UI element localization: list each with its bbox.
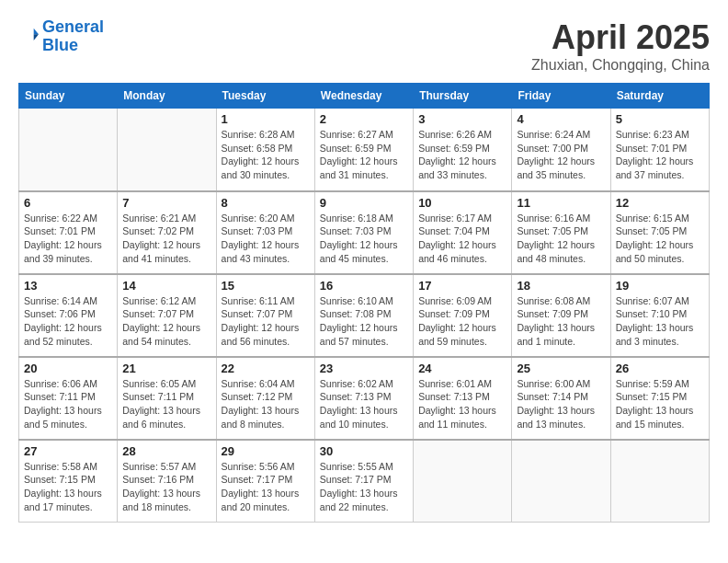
day-number: 1 — [222, 112, 310, 126]
day-number: 23 — [320, 362, 408, 375]
weekday-header-sunday: Sunday — [19, 84, 118, 109]
calendar-cell: 22Sunrise: 6:04 AMSunset: 7:12 PMDayligh… — [216, 357, 314, 440]
day-info: Sunrise: 5:58 AMSunset: 7:15 PMDaylight:… — [24, 460, 112, 514]
day-info: Sunrise: 6:17 AMSunset: 7:04 PMDaylight:… — [418, 212, 506, 266]
day-number: 6 — [24, 196, 112, 210]
weekday-header-thursday: Thursday — [414, 84, 512, 109]
day-info: Sunrise: 6:06 AMSunset: 7:11 PMDaylight:… — [24, 377, 112, 431]
day-info: Sunrise: 6:20 AMSunset: 7:03 PMDaylight:… — [222, 212, 310, 266]
day-info: Sunrise: 6:02 AMSunset: 7:13 PMDaylight:… — [320, 377, 408, 431]
day-number: 11 — [517, 196, 605, 210]
day-info: Sunrise: 6:18 AMSunset: 7:03 PMDaylight:… — [320, 212, 408, 266]
calendar-cell: 29Sunrise: 5:56 AMSunset: 7:17 PMDayligh… — [216, 440, 314, 523]
weekday-header-wednesday: Wednesday — [314, 84, 413, 109]
day-number: 27 — [24, 444, 112, 458]
day-info: Sunrise: 6:21 AMSunset: 7:02 PMDaylight:… — [122, 212, 210, 266]
calendar-cell: 3Sunrise: 6:26 AMSunset: 6:59 PMDaylight… — [414, 109, 512, 191]
calendar-week-row: 6Sunrise: 6:22 AMSunset: 7:01 PMDaylight… — [19, 191, 710, 274]
calendar-cell: 27Sunrise: 5:58 AMSunset: 7:15 PMDayligh… — [19, 440, 118, 523]
day-info: Sunrise: 6:26 AMSunset: 6:59 PMDaylight:… — [418, 128, 506, 182]
calendar-week-row: 13Sunrise: 6:14 AMSunset: 7:06 PMDayligh… — [19, 274, 710, 357]
day-info: Sunrise: 6:10 AMSunset: 7:08 PMDaylight:… — [320, 294, 408, 349]
calendar-cell: 24Sunrise: 6:01 AMSunset: 7:13 PMDayligh… — [414, 357, 512, 440]
calendar-cell: 6Sunrise: 6:22 AMSunset: 7:01 PMDaylight… — [19, 191, 118, 274]
day-number: 25 — [517, 362, 605, 375]
day-number: 7 — [122, 196, 210, 210]
calendar-cell — [512, 440, 610, 523]
calendar-week-row: 20Sunrise: 6:06 AMSunset: 7:11 PMDayligh… — [19, 357, 710, 440]
svg-marker-0 — [34, 28, 39, 34]
day-info: Sunrise: 6:04 AMSunset: 7:12 PMDaylight:… — [222, 377, 310, 431]
location-subtitle: Zhuxian, Chongqing, China — [531, 57, 710, 74]
weekday-header-tuesday: Tuesday — [216, 84, 314, 109]
day-info: Sunrise: 6:16 AMSunset: 7:05 PMDaylight:… — [517, 212, 605, 266]
calendar-cell: 17Sunrise: 6:09 AMSunset: 7:09 PMDayligh… — [414, 274, 512, 357]
calendar-cell: 26Sunrise: 5:59 AMSunset: 7:15 PMDayligh… — [610, 357, 709, 440]
day-number: 26 — [616, 362, 704, 375]
day-info: Sunrise: 6:09 AMSunset: 7:09 PMDaylight:… — [418, 294, 506, 349]
weekday-header-saturday: Saturday — [610, 84, 709, 109]
logo-line1: General — [42, 17, 104, 36]
calendar-cell: 19Sunrise: 6:07 AMSunset: 7:10 PMDayligh… — [610, 274, 709, 357]
calendar-cell: 21Sunrise: 6:05 AMSunset: 7:11 PMDayligh… — [118, 357, 216, 440]
calendar-cell: 30Sunrise: 5:55 AMSunset: 7:17 PMDayligh… — [314, 440, 413, 523]
day-number: 21 — [122, 362, 210, 375]
day-number: 8 — [222, 196, 310, 210]
day-info: Sunrise: 6:24 AMSunset: 7:00 PMDaylight:… — [517, 128, 605, 182]
day-number: 13 — [24, 279, 112, 293]
calendar-table: SundayMondayTuesdayWednesdayThursdayFrid… — [18, 83, 710, 523]
calendar-week-row: 1Sunrise: 6:28 AMSunset: 6:58 PMDaylight… — [19, 109, 710, 191]
day-info: Sunrise: 6:14 AMSunset: 7:06 PMDaylight:… — [24, 294, 112, 349]
calendar-cell: 18Sunrise: 6:08 AMSunset: 7:09 PMDayligh… — [512, 274, 610, 357]
day-info: Sunrise: 6:22 AMSunset: 7:01 PMDaylight:… — [24, 212, 112, 266]
day-info: Sunrise: 6:15 AMSunset: 7:05 PMDaylight:… — [616, 212, 704, 266]
calendar-cell: 1Sunrise: 6:28 AMSunset: 6:58 PMDaylight… — [216, 109, 314, 191]
calendar-cell: 28Sunrise: 5:57 AMSunset: 7:16 PMDayligh… — [118, 440, 216, 523]
weekday-header-monday: Monday — [118, 84, 216, 109]
weekday-header-row: SundayMondayTuesdayWednesdayThursdayFrid… — [19, 84, 710, 109]
day-info: Sunrise: 5:59 AMSunset: 7:15 PMDaylight:… — [616, 377, 704, 431]
day-number: 22 — [222, 362, 310, 375]
logo-icon — [20, 26, 39, 44]
day-info: Sunrise: 6:12 AMSunset: 7:07 PMDaylight:… — [122, 294, 210, 349]
day-number: 29 — [222, 444, 310, 458]
day-number: 24 — [418, 362, 506, 375]
month-title: April 2025 — [531, 18, 710, 57]
day-info: Sunrise: 6:01 AMSunset: 7:13 PMDaylight:… — [418, 377, 506, 431]
calendar-cell: 14Sunrise: 6:12 AMSunset: 7:07 PMDayligh… — [118, 274, 216, 357]
day-number: 18 — [517, 279, 605, 293]
weekday-header-friday: Friday — [512, 84, 610, 109]
day-info: Sunrise: 5:57 AMSunset: 7:16 PMDaylight:… — [122, 460, 210, 514]
day-number: 3 — [418, 112, 506, 126]
calendar-cell: 16Sunrise: 6:10 AMSunset: 7:08 PMDayligh… — [314, 274, 413, 357]
day-info: Sunrise: 6:11 AMSunset: 7:07 PMDaylight:… — [222, 294, 310, 349]
calendar-cell: 5Sunrise: 6:23 AMSunset: 7:01 PMDaylight… — [610, 109, 709, 191]
calendar-cell: 15Sunrise: 6:11 AMSunset: 7:07 PMDayligh… — [216, 274, 314, 357]
day-number: 14 — [122, 279, 210, 293]
calendar-cell — [414, 440, 512, 523]
day-number: 2 — [320, 112, 408, 126]
calendar-cell: 13Sunrise: 6:14 AMSunset: 7:06 PMDayligh… — [19, 274, 118, 357]
calendar-cell — [610, 440, 709, 523]
day-info: Sunrise: 6:05 AMSunset: 7:11 PMDaylight:… — [122, 377, 210, 431]
calendar-cell: 8Sunrise: 6:20 AMSunset: 7:03 PMDaylight… — [216, 191, 314, 274]
calendar-cell: 7Sunrise: 6:21 AMSunset: 7:02 PMDaylight… — [118, 191, 216, 274]
logo-text: General Blue — [42, 18, 104, 55]
day-number: 9 — [320, 196, 408, 210]
calendar-week-row: 27Sunrise: 5:58 AMSunset: 7:15 PMDayligh… — [19, 440, 710, 523]
day-number: 10 — [418, 196, 506, 210]
day-info: Sunrise: 5:56 AMSunset: 7:17 PMDaylight:… — [222, 460, 310, 514]
calendar-cell: 20Sunrise: 6:06 AMSunset: 7:11 PMDayligh… — [19, 357, 118, 440]
calendar-cell: 25Sunrise: 6:00 AMSunset: 7:14 PMDayligh… — [512, 357, 610, 440]
calendar-cell: 4Sunrise: 6:24 AMSunset: 7:00 PMDaylight… — [512, 109, 610, 191]
logo-line2: Blue — [42, 36, 78, 54]
day-info: Sunrise: 6:00 AMSunset: 7:14 PMDaylight:… — [517, 377, 605, 431]
day-info: Sunrise: 5:55 AMSunset: 7:17 PMDaylight:… — [320, 460, 408, 514]
day-info: Sunrise: 6:07 AMSunset: 7:10 PMDaylight:… — [616, 294, 704, 349]
calendar-cell — [19, 109, 118, 191]
day-number: 15 — [222, 279, 310, 293]
day-number: 28 — [122, 444, 210, 458]
calendar-cell: 23Sunrise: 6:02 AMSunset: 7:13 PMDayligh… — [314, 357, 413, 440]
day-number: 12 — [616, 196, 704, 210]
calendar-cell: 2Sunrise: 6:27 AMSunset: 6:59 PMDaylight… — [314, 109, 413, 191]
